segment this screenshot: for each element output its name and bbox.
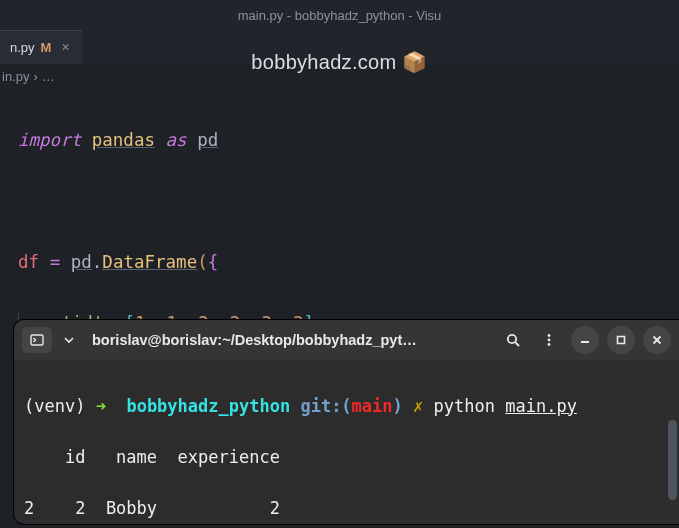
svg-rect-7 <box>618 337 625 344</box>
window-title: main.py - bobbyhadz_python - Visu <box>238 8 442 23</box>
maximize-button[interactable] <box>607 326 635 354</box>
code-line <box>18 186 679 217</box>
breadcrumb-file: in.py <box>2 69 29 84</box>
editor-tab-main[interactable]: n.py M × <box>0 30 82 64</box>
minimize-button[interactable] <box>571 326 599 354</box>
close-icon[interactable]: × <box>57 39 73 55</box>
close-icon <box>651 334 663 346</box>
terminal-line: 2 2 Bobby 2 <box>24 496 669 522</box>
terminal-title: borislav@borislav:~/Desktop/bobbyhadz_py… <box>86 332 491 348</box>
terminal-header: borislav@borislav:~/Desktop/bobbyhadz_py… <box>14 320 679 360</box>
kebab-icon <box>542 333 556 347</box>
svg-point-3 <box>548 334 551 337</box>
editor-tabbar: n.py M × <box>0 30 679 64</box>
scrollbar[interactable] <box>667 320 677 522</box>
terminal-line: (venv) ➜ bobbyhadz_python git:(main) ✗ p… <box>24 394 669 420</box>
scrollbar-thumb[interactable] <box>668 420 677 500</box>
window-titlebar: main.py - bobbyhadz_python - Visu <box>0 0 679 30</box>
terminal-line: id name experience <box>24 445 669 471</box>
terminal-panel: borislav@borislav:~/Desktop/bobbyhadz_py… <box>14 320 679 524</box>
breadcrumb-more: … <box>42 69 55 84</box>
chevron-right-icon: › <box>33 69 37 84</box>
svg-point-5 <box>548 343 551 346</box>
svg-rect-0 <box>31 335 43 345</box>
terminal-body[interactable]: (venv) ➜ bobbyhadz_python git:(main) ✗ p… <box>14 360 679 524</box>
tab-modified-indicator: M <box>41 40 52 55</box>
search-icon <box>506 333 521 348</box>
tab-filename: n.py <box>10 40 35 55</box>
code-line: df = pd.DataFrame({ <box>18 247 679 278</box>
maximize-icon <box>615 334 627 346</box>
svg-point-1 <box>507 334 515 342</box>
svg-line-2 <box>515 342 519 346</box>
minimize-icon <box>579 334 591 346</box>
breadcrumb[interactable]: in.py › … <box>0 64 679 88</box>
code-line: import pandas as pd <box>18 125 679 156</box>
terminal-icon <box>30 333 44 347</box>
new-tab-button[interactable] <box>22 327 52 353</box>
chevron-down-icon <box>64 335 74 345</box>
search-button[interactable] <box>499 326 527 354</box>
menu-button[interactable] <box>535 326 563 354</box>
tab-dropdown-button[interactable] <box>60 327 78 353</box>
svg-point-4 <box>548 339 551 342</box>
